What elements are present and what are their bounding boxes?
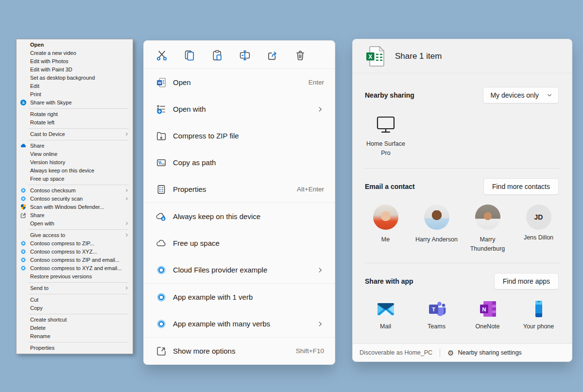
menu-item-label: Cut (30, 297, 38, 303)
classic-menu-item[interactable]: Scan with Windows Defender... (17, 203, 133, 211)
share-button[interactable] (267, 50, 278, 61)
menu-item-label: Delete (30, 325, 46, 331)
menu-item-label: Show more options (173, 347, 235, 355)
modern-menu-item[interactable]: Compress to ZIP file (144, 122, 335, 149)
classic-menu-item[interactable]: Delete (17, 324, 133, 332)
modern-menu-item[interactable]: Free up space (144, 230, 335, 256)
classic-menu-item[interactable]: Create a new video (17, 49, 133, 57)
classic-menu-item[interactable]: Open with (17, 220, 133, 228)
classic-menu-item[interactable]: Set as desktop background (17, 74, 133, 82)
classic-menu-item[interactable]: Contoso compress to ZIP and email... (17, 256, 133, 264)
classic-menu-item[interactable]: Share (17, 211, 133, 220)
menu-item-label: Always keep on this device (173, 212, 260, 221)
modern-menu-item[interactable]: App example with 1 verb (144, 284, 335, 310)
share-app-item[interactable]: Your phone (513, 299, 564, 330)
classic-menu-item[interactable]: Create shortcut (17, 316, 133, 324)
classic-menu-item[interactable]: Give access to (17, 231, 133, 239)
cloud-check-icon (156, 211, 167, 222)
modern-menu-item[interactable]: App example with many verbs (144, 310, 335, 337)
gear-icon: ⚙ (447, 349, 454, 357)
svg-text:S: S (22, 101, 25, 105)
cloud-icon (156, 238, 167, 249)
share-app-item[interactable]: Mail (360, 299, 411, 330)
section-separator (365, 168, 560, 169)
contact-item[interactable]: Me (360, 205, 411, 254)
nearby-device-name: Home Surface Pro (362, 139, 409, 158)
classic-menu-item[interactable]: Contoso checksum (17, 187, 133, 195)
menu-item-label: Give access to (30, 232, 65, 238)
modern-menu-item[interactable]: Copy as path (144, 149, 335, 176)
contact-item[interactable]: Marry Thunderburg (462, 205, 513, 254)
menu-separator (28, 229, 129, 230)
classic-menu-item[interactable]: Copy (17, 304, 133, 312)
properties-icon (156, 184, 167, 195)
svg-text:X: X (368, 53, 372, 60)
classic-menu-item[interactable]: Send to (17, 284, 133, 292)
paste-icon (211, 50, 223, 61)
avatar-initials: JD (526, 205, 551, 230)
modern-menu-item[interactable]: Cloud Files provider example (144, 256, 335, 283)
classic-menu-item[interactable]: Free up space (17, 175, 133, 183)
modern-menu-item[interactable]: PropertiesAlt+Enter (144, 176, 335, 203)
classic-menu-item[interactable]: Properties (17, 344, 133, 352)
share-app-item[interactable]: TTeams (411, 299, 462, 330)
classic-menu-item[interactable]: Edit with Paint 3D (17, 66, 133, 74)
classic-menu-item[interactable]: Always keep on this device (17, 167, 133, 175)
modern-menu-item[interactable]: WOpenEnter (144, 69, 335, 96)
copy-button[interactable] (184, 50, 195, 61)
rename-button[interactable] (239, 50, 251, 61)
classic-menu-item[interactable]: Cut (17, 296, 133, 304)
classic-menu-item[interactable]: View online (17, 150, 133, 158)
app-ring-icon (156, 292, 167, 303)
section-separator (365, 263, 560, 263)
paste-button[interactable] (211, 50, 223, 61)
modern-menu-item[interactable]: Open with (144, 96, 335, 122)
chevron-down-icon (547, 92, 552, 98)
classic-menu-item[interactable]: Contoso compress to XYZ and email... (17, 264, 133, 273)
find-more-contacts-button[interactable]: Find more contacts (483, 178, 559, 195)
classic-menu-item[interactable]: SShare with Skype (17, 99, 133, 107)
classic-menu-item[interactable]: Rotate right (17, 110, 133, 119)
classic-menu-item[interactable]: Cast to Device (17, 130, 133, 138)
share-app-item[interactable]: NOneNote (462, 299, 513, 330)
menu-item-label: Share with Skype (30, 100, 72, 105)
menu-item-label: Contoso security scan (30, 196, 83, 202)
desktop-background: { "colors": { "background": "#90b1ce", "… (0, 0, 583, 392)
onenote-app-icon: N (478, 299, 497, 319)
classic-menu-item[interactable]: Contoso compress to ZIP... (17, 239, 133, 248)
share-with-app-label: Share with app (365, 277, 413, 285)
classic-context-menu: OpenCreate a new videoEdit with PhotosEd… (16, 39, 133, 354)
contoso-ring-icon (20, 187, 27, 194)
classic-menu-item[interactable]: Edit (17, 82, 133, 90)
classic-menu-item[interactable]: Contoso security scan (17, 195, 133, 203)
classic-menu-item[interactable]: Share (17, 142, 133, 150)
nearby-sharing-dropdown[interactable]: My devices only (483, 87, 559, 103)
chevron-right-icon (124, 188, 129, 193)
classic-menu-item[interactable]: Open (17, 41, 133, 49)
nearby-sharing-dropdown-value: My devices only (490, 91, 539, 99)
contact-item[interactable]: JDJens Dillon (513, 205, 564, 254)
app-ring-icon (156, 265, 167, 275)
skype-icon: S (20, 99, 27, 106)
contoso-ring-icon (20, 195, 27, 202)
classic-menu-item[interactable]: Restore previous versions (17, 273, 133, 281)
menu-item-label: Contoso compress to XYZ and email... (30, 265, 121, 271)
delete-icon (294, 50, 306, 61)
menu-item-label: Share (30, 212, 44, 218)
modern-menu-item[interactable]: Show more optionsShift+F10 (144, 338, 335, 364)
menu-item-label: Free up space (173, 239, 220, 247)
classic-menu-item[interactable]: Rotate left (17, 119, 133, 127)
delete-button[interactable] (294, 50, 306, 61)
contact-item[interactable]: Harry Anderson (411, 205, 462, 254)
cut-button[interactable] (156, 50, 168, 61)
classic-menu-item[interactable]: Edit with Photos (17, 57, 133, 66)
nearby-sharing-settings-link[interactable]: Nearby sharing settings (458, 349, 522, 356)
find-more-apps-button[interactable]: Find more apps (494, 273, 559, 290)
menu-item-label: App example with many verbs (173, 320, 270, 328)
classic-menu-item[interactable]: Contoso compress to XYZ... (17, 248, 133, 256)
classic-menu-item[interactable]: Rename (17, 332, 133, 341)
classic-menu-item[interactable]: Version history (17, 158, 133, 167)
modern-menu-item[interactable]: Always keep on this device (144, 203, 335, 230)
classic-menu-item[interactable]: Print (17, 90, 133, 99)
nearby-device[interactable]: Home Surface Pro (362, 115, 409, 158)
